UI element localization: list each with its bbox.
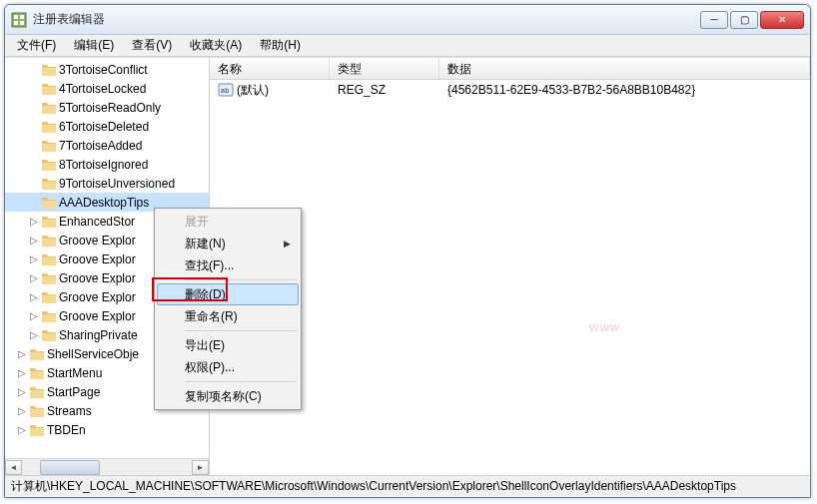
list-row[interactable]: (默认) REG_SZ {4562B511-62E9-4533-B7B2-56A… — [210, 80, 810, 100]
folder-icon — [29, 404, 45, 418]
folder-icon — [41, 196, 57, 210]
tree-item-label: Streams — [47, 404, 92, 418]
value-name-cell[interactable]: (默认) — [210, 80, 330, 101]
context-menu[interactable]: 展开 新建(N)▶ 查找(F)... 删除(D) 重命名(R) 导出(E) 权限… — [154, 208, 302, 410]
tree-item-label: Groove Explor — [59, 252, 136, 266]
folder-icon — [41, 101, 57, 115]
scroll-right-button[interactable]: ► — [192, 460, 209, 475]
menu-help[interactable]: 帮助(H) — [252, 35, 309, 56]
tree-item-label: 8TortoiseIgnored — [59, 158, 148, 172]
expander-icon[interactable]: ▷ — [27, 253, 41, 264]
folder-icon — [29, 385, 45, 399]
ctx-permissions[interactable]: 权限(P)... — [157, 356, 299, 378]
tree-item-label: 7TortoiseAdded — [59, 139, 142, 153]
statusbar: 计算机\HKEY_LOCAL_MACHINE\SOFTWARE\Microsof… — [5, 475, 810, 497]
folder-icon — [41, 177, 57, 191]
tree-item-label: ShellServiceObje — [47, 347, 139, 361]
expander-icon[interactable]: ▷ — [27, 310, 41, 321]
string-value-icon — [218, 82, 234, 98]
ctx-find[interactable]: 查找(F)... — [157, 254, 299, 276]
list-header[interactable]: 名称 类型 数据 — [210, 58, 810, 80]
tree-item-label: 5TortoiseReadOnly — [59, 101, 161, 115]
tree-item-label: 6TortoiseDeleted — [59, 120, 149, 134]
folder-icon — [41, 271, 57, 285]
submenu-arrow-icon: ▶ — [284, 239, 291, 249]
tree-item-label: StartMenu — [47, 366, 102, 380]
expander-icon[interactable]: ▷ — [15, 405, 29, 416]
tree-item-label: SharingPrivate — [59, 328, 138, 342]
ctx-delete[interactable]: 删除(D) — [157, 283, 299, 305]
watermark: www. — [589, 319, 624, 334]
tree-item[interactable]: 6TortoiseDeleted — [5, 117, 209, 136]
folder-icon — [41, 139, 57, 153]
scroll-left-button[interactable]: ◄ — [5, 460, 22, 475]
tree-item[interactable]: ▷TBDEn — [5, 420, 209, 439]
folder-icon — [41, 82, 57, 96]
expander-icon[interactable]: ▷ — [27, 291, 41, 302]
folder-icon — [41, 290, 57, 304]
status-path: 计算机\HKEY_LOCAL_MACHINE\SOFTWARE\Microsof… — [11, 478, 736, 495]
expander-icon[interactable]: ▷ — [15, 348, 29, 359]
folder-icon — [41, 215, 57, 229]
expander-icon[interactable]: ▷ — [15, 367, 29, 378]
tree-item[interactable]: 4TortoiseLocked — [5, 79, 209, 98]
expander-icon[interactable]: ▷ — [27, 272, 41, 283]
folder-icon — [29, 423, 45, 437]
folder-icon — [41, 252, 57, 266]
tree-item-label: Groove Explor — [59, 271, 136, 285]
folder-icon — [41, 63, 57, 77]
tree-hscrollbar[interactable]: ◄ ► — [5, 458, 209, 475]
folder-icon — [41, 234, 57, 248]
ctx-export[interactable]: 导出(E) — [157, 334, 299, 356]
tree-item[interactable]: 8TortoiseIgnored — [5, 155, 209, 174]
expander-icon[interactable]: ▷ — [27, 329, 41, 340]
minimize-button[interactable]: ─ — [700, 11, 728, 29]
menu-edit[interactable]: 编辑(E) — [66, 35, 122, 56]
tree-item-label: AAADesktopTips — [59, 196, 149, 210]
ctx-rename[interactable]: 重命名(R) — [157, 305, 299, 327]
titlebar[interactable]: 注册表编辑器 ─ ▢ ✕ — [5, 5, 810, 35]
content-area: 3TortoiseConflict4TortoiseLocked5Tortois… — [5, 57, 810, 475]
folder-icon — [29, 366, 45, 380]
tree-item[interactable]: 7TortoiseAdded — [5, 136, 209, 155]
folder-icon — [41, 158, 57, 172]
folder-icon — [41, 120, 57, 134]
tree-item-label: Groove Explor — [59, 234, 136, 248]
ctx-expand: 展开 — [157, 211, 299, 233]
menu-file[interactable]: 文件(F) — [9, 35, 64, 56]
expander-icon[interactable]: ▷ — [15, 424, 29, 435]
expander-icon[interactable]: ▷ — [27, 216, 41, 227]
close-button[interactable]: ✕ — [760, 11, 804, 29]
value-type-cell: REG_SZ — [330, 81, 439, 99]
folder-icon — [29, 347, 45, 361]
col-header-type[interactable]: 类型 — [330, 58, 439, 79]
scroll-thumb[interactable] — [40, 460, 100, 475]
app-icon — [11, 12, 27, 28]
maximize-button[interactable]: ▢ — [730, 11, 758, 29]
tree-item-label: StartPage — [47, 385, 100, 399]
tree-item-label: 9TortoiseUnversioned — [59, 177, 175, 191]
col-header-data[interactable]: 数据 — [439, 58, 810, 79]
tree-item[interactable]: 9TortoiseUnversioned — [5, 174, 209, 193]
ctx-separator — [185, 330, 297, 331]
window-title: 注册表编辑器 — [33, 11, 700, 28]
tree-item-label: Groove Explor — [59, 290, 136, 304]
tree-item-label: Groove Explor — [59, 309, 136, 323]
ctx-new[interactable]: 新建(N)▶ — [157, 233, 299, 254]
menu-view[interactable]: 查看(V) — [124, 35, 180, 56]
expander-icon[interactable]: ▷ — [15, 386, 29, 397]
ctx-copy-key-name[interactable]: 复制项名称(C) — [157, 385, 299, 407]
menu-favorites[interactable]: 收藏夹(A) — [182, 35, 250, 56]
expander-icon[interactable]: ▷ — [27, 235, 41, 246]
folder-icon — [41, 309, 57, 323]
tree-item[interactable]: 3TortoiseConflict — [5, 60, 209, 79]
tree-item-label: 4TortoiseLocked — [59, 82, 146, 96]
tree-item-label: 3TortoiseConflict — [59, 63, 148, 77]
registry-editor-window: 注册表编辑器 ─ ▢ ✕ 文件(F) 编辑(E) 查看(V) 收藏夹(A) 帮助… — [4, 4, 811, 498]
menubar: 文件(F) 编辑(E) 查看(V) 收藏夹(A) 帮助(H) — [5, 35, 810, 57]
folder-icon — [41, 328, 57, 342]
tree-item[interactable]: 5TortoiseReadOnly — [5, 98, 209, 117]
col-header-name[interactable]: 名称 — [210, 58, 330, 79]
scroll-track[interactable] — [22, 460, 192, 475]
tree-item-label: EnhancedStor — [59, 215, 135, 229]
